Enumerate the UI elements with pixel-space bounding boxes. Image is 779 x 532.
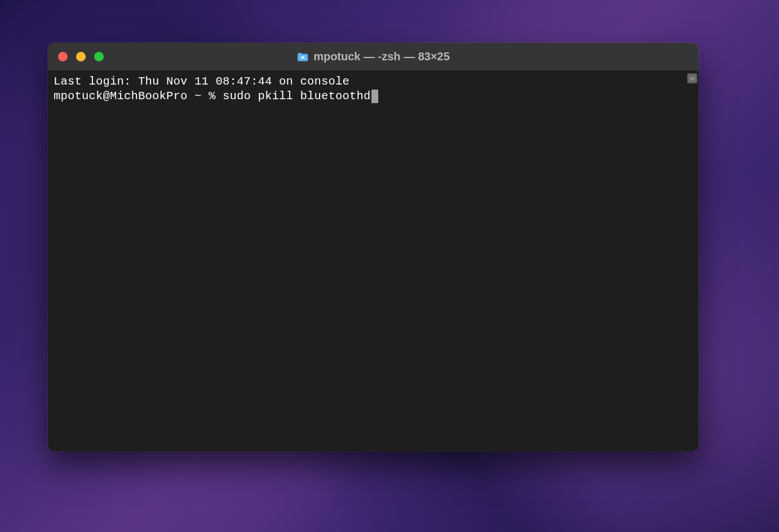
scrollbar-thumb[interactable] — [687, 73, 697, 83]
minimize-button[interactable] — [76, 52, 86, 61]
command-text: sudo pkill bluetoothd — [223, 89, 371, 104]
title-bar[interactable]: mpotuck — -zsh — 83×25 — [48, 43, 698, 71]
terminal-window: mpotuck — -zsh — 83×25 Last login: Thu N… — [48, 43, 698, 451]
prompt-line: mpotuck@MichBookPro ~ % sudo pkill bluet… — [54, 89, 693, 104]
traffic-lights — [48, 52, 104, 61]
close-button[interactable] — [58, 52, 68, 61]
window-title-text: mpotuck — -zsh — 83×25 — [313, 50, 450, 63]
cursor — [371, 90, 378, 103]
window-title: mpotuck — -zsh — 83×25 — [296, 50, 450, 63]
prompt-text: mpotuck@MichBookPro ~ % — [54, 89, 223, 104]
login-line: Last login: Thu Nov 11 08:47:44 on conso… — [54, 74, 693, 89]
scrollbar-track[interactable] — [687, 73, 697, 449]
terminal-body[interactable]: Last login: Thu Nov 11 08:47:44 on conso… — [48, 71, 698, 451]
home-folder-icon — [296, 52, 309, 62]
maximize-button[interactable] — [94, 52, 104, 61]
